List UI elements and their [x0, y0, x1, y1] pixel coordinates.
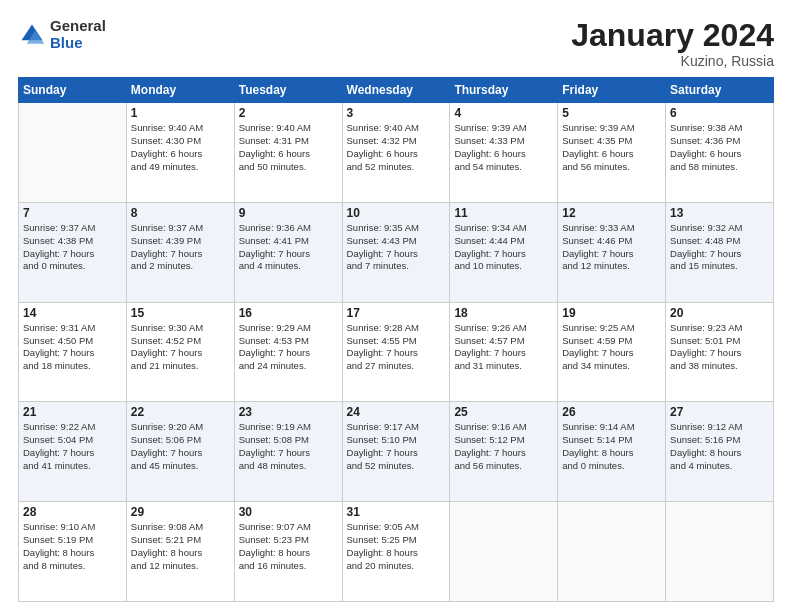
table-row: 24Sunrise: 9:17 AM Sunset: 5:10 PM Dayli… — [342, 402, 450, 502]
day-info: Sunrise: 9:12 AM Sunset: 5:16 PM Dayligh… — [670, 421, 769, 472]
day-number: 21 — [23, 405, 122, 419]
day-number: 9 — [239, 206, 338, 220]
day-info: Sunrise: 9:37 AM Sunset: 4:39 PM Dayligh… — [131, 222, 230, 273]
header-monday: Monday — [126, 78, 234, 103]
day-info: Sunrise: 9:16 AM Sunset: 5:12 PM Dayligh… — [454, 421, 553, 472]
table-row: 25Sunrise: 9:16 AM Sunset: 5:12 PM Dayli… — [450, 402, 558, 502]
day-info: Sunrise: 9:32 AM Sunset: 4:48 PM Dayligh… — [670, 222, 769, 273]
day-number: 7 — [23, 206, 122, 220]
header: General Blue January 2024 Kuzino, Russia — [18, 18, 774, 69]
table-row: 5Sunrise: 9:39 AM Sunset: 4:35 PM Daylig… — [558, 103, 666, 203]
table-row — [19, 103, 127, 203]
day-info: Sunrise: 9:40 AM Sunset: 4:31 PM Dayligh… — [239, 122, 338, 173]
day-number: 8 — [131, 206, 230, 220]
day-number: 3 — [347, 106, 446, 120]
weekday-header-row: Sunday Monday Tuesday Wednesday Thursday… — [19, 78, 774, 103]
table-row: 22Sunrise: 9:20 AM Sunset: 5:06 PM Dayli… — [126, 402, 234, 502]
table-row: 3Sunrise: 9:40 AM Sunset: 4:32 PM Daylig… — [342, 103, 450, 203]
header-sunday: Sunday — [19, 78, 127, 103]
calendar-week-row: 7Sunrise: 9:37 AM Sunset: 4:38 PM Daylig… — [19, 202, 774, 302]
day-number: 25 — [454, 405, 553, 419]
table-row: 17Sunrise: 9:28 AM Sunset: 4:55 PM Dayli… — [342, 302, 450, 402]
day-info: Sunrise: 9:29 AM Sunset: 4:53 PM Dayligh… — [239, 322, 338, 373]
table-row: 14Sunrise: 9:31 AM Sunset: 4:50 PM Dayli… — [19, 302, 127, 402]
table-row — [666, 502, 774, 602]
calendar-week-row: 14Sunrise: 9:31 AM Sunset: 4:50 PM Dayli… — [19, 302, 774, 402]
day-info: Sunrise: 9:36 AM Sunset: 4:41 PM Dayligh… — [239, 222, 338, 273]
day-info: Sunrise: 9:26 AM Sunset: 4:57 PM Dayligh… — [454, 322, 553, 373]
day-info: Sunrise: 9:07 AM Sunset: 5:23 PM Dayligh… — [239, 521, 338, 572]
table-row: 18Sunrise: 9:26 AM Sunset: 4:57 PM Dayli… — [450, 302, 558, 402]
day-number: 11 — [454, 206, 553, 220]
calendar-week-row: 21Sunrise: 9:22 AM Sunset: 5:04 PM Dayli… — [19, 402, 774, 502]
day-info: Sunrise: 9:40 AM Sunset: 4:32 PM Dayligh… — [347, 122, 446, 173]
calendar: Sunday Monday Tuesday Wednesday Thursday… — [18, 77, 774, 602]
day-info: Sunrise: 9:38 AM Sunset: 4:36 PM Dayligh… — [670, 122, 769, 173]
month-title: January 2024 — [571, 18, 774, 53]
day-number: 31 — [347, 505, 446, 519]
table-row: 12Sunrise: 9:33 AM Sunset: 4:46 PM Dayli… — [558, 202, 666, 302]
table-row: 29Sunrise: 9:08 AM Sunset: 5:21 PM Dayli… — [126, 502, 234, 602]
day-info: Sunrise: 9:39 AM Sunset: 4:35 PM Dayligh… — [562, 122, 661, 173]
day-number: 27 — [670, 405, 769, 419]
table-row: 7Sunrise: 9:37 AM Sunset: 4:38 PM Daylig… — [19, 202, 127, 302]
day-info: Sunrise: 9:31 AM Sunset: 4:50 PM Dayligh… — [23, 322, 122, 373]
header-tuesday: Tuesday — [234, 78, 342, 103]
table-row: 28Sunrise: 9:10 AM Sunset: 5:19 PM Dayli… — [19, 502, 127, 602]
day-number: 20 — [670, 306, 769, 320]
day-number: 24 — [347, 405, 446, 419]
table-row: 21Sunrise: 9:22 AM Sunset: 5:04 PM Dayli… — [19, 402, 127, 502]
calendar-week-row: 1Sunrise: 9:40 AM Sunset: 4:30 PM Daylig… — [19, 103, 774, 203]
day-number: 10 — [347, 206, 446, 220]
day-number: 30 — [239, 505, 338, 519]
header-friday: Friday — [558, 78, 666, 103]
day-info: Sunrise: 9:30 AM Sunset: 4:52 PM Dayligh… — [131, 322, 230, 373]
table-row: 11Sunrise: 9:34 AM Sunset: 4:44 PM Dayli… — [450, 202, 558, 302]
calendar-week-row: 28Sunrise: 9:10 AM Sunset: 5:19 PM Dayli… — [19, 502, 774, 602]
day-info: Sunrise: 9:40 AM Sunset: 4:30 PM Dayligh… — [131, 122, 230, 173]
logo-text: General Blue — [50, 18, 106, 51]
table-row: 6Sunrise: 9:38 AM Sunset: 4:36 PM Daylig… — [666, 103, 774, 203]
day-number: 29 — [131, 505, 230, 519]
day-info: Sunrise: 9:14 AM Sunset: 5:14 PM Dayligh… — [562, 421, 661, 472]
table-row: 1Sunrise: 9:40 AM Sunset: 4:30 PM Daylig… — [126, 103, 234, 203]
day-info: Sunrise: 9:20 AM Sunset: 5:06 PM Dayligh… — [131, 421, 230, 472]
header-wednesday: Wednesday — [342, 78, 450, 103]
day-info: Sunrise: 9:34 AM Sunset: 4:44 PM Dayligh… — [454, 222, 553, 273]
day-number: 18 — [454, 306, 553, 320]
day-number: 17 — [347, 306, 446, 320]
day-number: 16 — [239, 306, 338, 320]
day-number: 13 — [670, 206, 769, 220]
day-number: 28 — [23, 505, 122, 519]
page: General Blue January 2024 Kuzino, Russia… — [0, 0, 792, 612]
day-number: 5 — [562, 106, 661, 120]
header-thursday: Thursday — [450, 78, 558, 103]
logo-blue-text: Blue — [50, 35, 106, 52]
day-info: Sunrise: 9:35 AM Sunset: 4:43 PM Dayligh… — [347, 222, 446, 273]
table-row: 15Sunrise: 9:30 AM Sunset: 4:52 PM Dayli… — [126, 302, 234, 402]
table-row: 16Sunrise: 9:29 AM Sunset: 4:53 PM Dayli… — [234, 302, 342, 402]
day-number: 15 — [131, 306, 230, 320]
day-info: Sunrise: 9:08 AM Sunset: 5:21 PM Dayligh… — [131, 521, 230, 572]
day-number: 26 — [562, 405, 661, 419]
table-row: 2Sunrise: 9:40 AM Sunset: 4:31 PM Daylig… — [234, 103, 342, 203]
table-row: 23Sunrise: 9:19 AM Sunset: 5:08 PM Dayli… — [234, 402, 342, 502]
table-row: 4Sunrise: 9:39 AM Sunset: 4:33 PM Daylig… — [450, 103, 558, 203]
day-info: Sunrise: 9:39 AM Sunset: 4:33 PM Dayligh… — [454, 122, 553, 173]
table-row — [450, 502, 558, 602]
logo-icon — [18, 21, 46, 49]
day-number: 22 — [131, 405, 230, 419]
table-row: 19Sunrise: 9:25 AM Sunset: 4:59 PM Dayli… — [558, 302, 666, 402]
day-info: Sunrise: 9:17 AM Sunset: 5:10 PM Dayligh… — [347, 421, 446, 472]
table-row: 13Sunrise: 9:32 AM Sunset: 4:48 PM Dayli… — [666, 202, 774, 302]
logo-general-text: General — [50, 18, 106, 35]
header-saturday: Saturday — [666, 78, 774, 103]
table-row — [558, 502, 666, 602]
day-info: Sunrise: 9:10 AM Sunset: 5:19 PM Dayligh… — [23, 521, 122, 572]
logo: General Blue — [18, 18, 106, 51]
table-row: 20Sunrise: 9:23 AM Sunset: 5:01 PM Dayli… — [666, 302, 774, 402]
day-info: Sunrise: 9:37 AM Sunset: 4:38 PM Dayligh… — [23, 222, 122, 273]
day-info: Sunrise: 9:05 AM Sunset: 5:25 PM Dayligh… — [347, 521, 446, 572]
day-number: 14 — [23, 306, 122, 320]
location: Kuzino, Russia — [571, 53, 774, 69]
